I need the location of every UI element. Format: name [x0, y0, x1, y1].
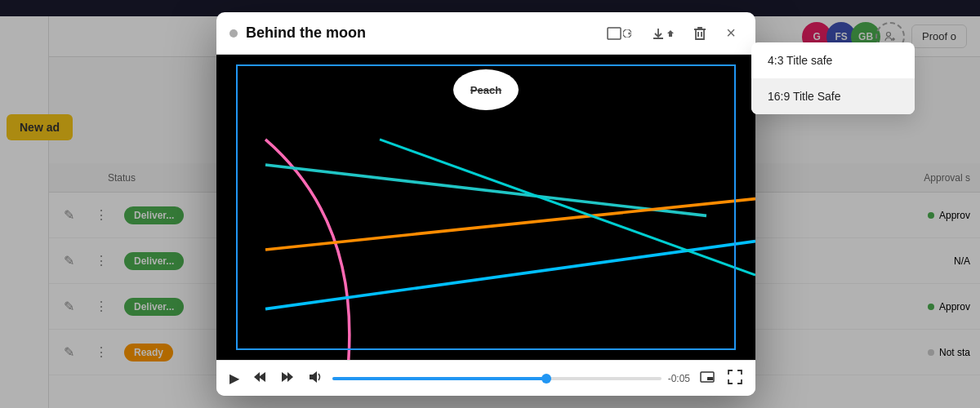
svg-rect-7 [707, 377, 713, 380]
progress-handle[interactable] [541, 374, 551, 384]
dropdown-item-43[interactable]: 4:3 Title safe [751, 42, 915, 78]
pip-button[interactable] [697, 370, 718, 388]
modal-header: Behind the moon [216, 12, 755, 55]
volume-button[interactable] [305, 369, 326, 388]
video-modal: Behind the moon [216, 12, 755, 396]
video-controls: ▶ -0:05 [216, 360, 755, 396]
rewind-button[interactable] [249, 368, 270, 389]
progress-bar[interactable] [332, 377, 662, 380]
peach-logo: Peach [453, 69, 519, 110]
modal-dot [229, 29, 238, 38]
dropdown-menu: 4:3 Title safe 16:9 Title Safe [751, 42, 915, 114]
modal-toolbar: × [600, 20, 742, 46]
forward-button[interactable] [277, 368, 298, 389]
svg-rect-3 [608, 28, 621, 39]
video-container: Peach [216, 55, 755, 360]
time-display: -0:05 [668, 373, 690, 384]
aspect-ratio-button[interactable] [600, 24, 638, 43]
delete-button[interactable] [687, 23, 713, 44]
fullscreen-button[interactable] [724, 368, 746, 389]
progress-fill [332, 377, 546, 380]
download-button[interactable] [644, 23, 680, 44]
close-button[interactable]: × [719, 20, 742, 46]
play-button[interactable]: ▶ [226, 369, 243, 388]
modal-title: Behind the moon [246, 24, 592, 42]
dropdown-item-169[interactable]: 16:9 Title Safe [751, 78, 915, 114]
